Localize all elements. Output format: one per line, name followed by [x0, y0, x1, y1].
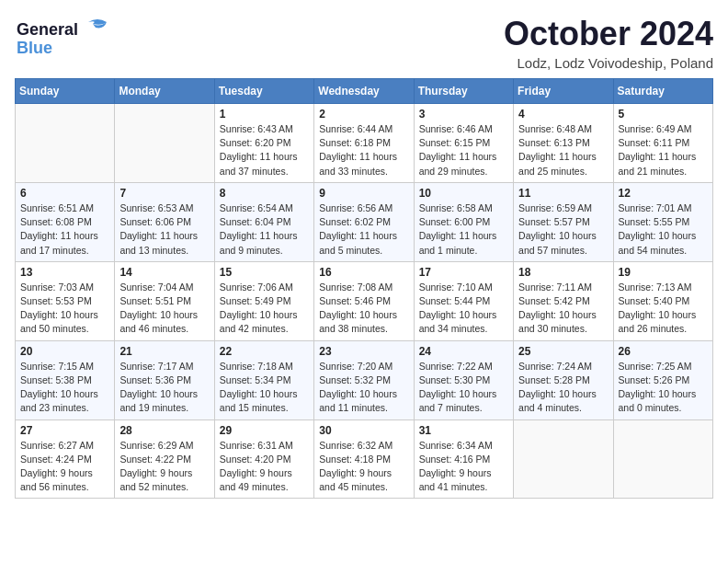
- calendar-cell: 1Sunrise: 6:43 AM Sunset: 6:20 PM Daylig…: [214, 104, 313, 183]
- day-number: 10: [419, 187, 508, 200]
- calendar-cell: 13Sunrise: 7:03 AM Sunset: 5:53 PM Dayli…: [16, 261, 115, 340]
- day-number: 27: [20, 424, 109, 437]
- day-number: 28: [119, 424, 209, 437]
- calendar-cell: 24Sunrise: 7:22 AM Sunset: 5:30 PM Dayli…: [414, 340, 513, 419]
- calendar-cell: 6Sunrise: 6:51 AM Sunset: 6:08 PM Daylig…: [16, 182, 115, 261]
- day-number: 5: [619, 108, 708, 121]
- day-number: 23: [319, 345, 408, 358]
- weekday-header: Friday: [514, 79, 613, 104]
- day-info: Sunrise: 7:04 AM Sunset: 5:51 PM Dayligh…: [119, 281, 209, 337]
- day-info: Sunrise: 7:01 AM Sunset: 5:55 PM Dayligh…: [619, 201, 708, 258]
- calendar-cell: 10Sunrise: 6:58 AM Sunset: 6:00 PM Dayli…: [414, 182, 513, 261]
- day-info: Sunrise: 7:18 AM Sunset: 5:34 PM Dayligh…: [220, 360, 309, 416]
- weekday-header: Monday: [115, 79, 214, 104]
- day-number: 2: [319, 108, 408, 121]
- day-number: 25: [518, 345, 608, 358]
- calendar-cell: 12Sunrise: 7:01 AM Sunset: 5:55 PM Dayli…: [613, 182, 712, 261]
- calendar-cell: 27Sunrise: 6:27 AM Sunset: 4:24 PM Dayli…: [16, 419, 115, 499]
- calendar-cell: 18Sunrise: 7:11 AM Sunset: 5:42 PM Dayli…: [514, 261, 613, 340]
- calendar-week-row: 1Sunrise: 6:43 AM Sunset: 6:20 PM Daylig…: [16, 104, 713, 183]
- day-info: Sunrise: 6:56 AM Sunset: 6:02 PM Dayligh…: [319, 201, 408, 258]
- day-number: 7: [119, 187, 209, 200]
- day-number: 11: [518, 187, 608, 200]
- day-number: 14: [119, 266, 209, 279]
- calendar-cell: 7Sunrise: 6:53 AM Sunset: 6:06 PM Daylig…: [115, 182, 214, 261]
- day-number: 17: [419, 266, 508, 279]
- weekday-header: Thursday: [414, 79, 513, 104]
- day-info: Sunrise: 6:51 AM Sunset: 6:08 PM Dayligh…: [20, 201, 109, 258]
- calendar-week-row: 13Sunrise: 7:03 AM Sunset: 5:53 PM Dayli…: [16, 261, 713, 340]
- calendar-cell: 5Sunrise: 6:49 AM Sunset: 6:11 PM Daylig…: [613, 104, 712, 183]
- calendar-cell: 11Sunrise: 6:59 AM Sunset: 5:57 PM Dayli…: [514, 182, 613, 261]
- day-info: Sunrise: 7:03 AM Sunset: 5:53 PM Dayligh…: [20, 281, 109, 337]
- calendar-cell: [115, 104, 214, 183]
- day-number: 29: [220, 424, 309, 437]
- calendar-cell: [16, 104, 115, 183]
- day-info: Sunrise: 6:44 AM Sunset: 6:18 PM Dayligh…: [319, 122, 408, 178]
- calendar-cell: 19Sunrise: 7:13 AM Sunset: 5:40 PM Dayli…: [613, 261, 712, 340]
- day-info: Sunrise: 7:22 AM Sunset: 5:30 PM Dayligh…: [419, 360, 508, 416]
- day-info: Sunrise: 7:24 AM Sunset: 5:28 PM Dayligh…: [518, 360, 608, 416]
- calendar-cell: 3Sunrise: 6:46 AM Sunset: 6:15 PM Daylig…: [414, 104, 513, 183]
- calendar-cell: 26Sunrise: 7:25 AM Sunset: 5:26 PM Dayli…: [613, 340, 712, 419]
- day-number: 16: [319, 266, 408, 279]
- calendar-cell: 15Sunrise: 7:06 AM Sunset: 5:49 PM Dayli…: [214, 261, 313, 340]
- day-number: 12: [619, 187, 708, 200]
- day-number: 9: [319, 187, 408, 200]
- page-header: General Blue October 2024 Lodz, Lodz Voi…: [15, 15, 713, 71]
- calendar-week-row: 20Sunrise: 7:15 AM Sunset: 5:38 PM Dayli…: [16, 340, 713, 419]
- day-info: Sunrise: 6:46 AM Sunset: 6:15 PM Dayligh…: [419, 122, 508, 178]
- day-number: 24: [419, 345, 508, 358]
- day-info: Sunrise: 6:34 AM Sunset: 4:16 PM Dayligh…: [419, 439, 508, 495]
- calendar-cell: 25Sunrise: 7:24 AM Sunset: 5:28 PM Dayli…: [514, 340, 613, 419]
- day-info: Sunrise: 6:32 AM Sunset: 4:18 PM Dayligh…: [319, 439, 408, 495]
- day-info: Sunrise: 6:31 AM Sunset: 4:20 PM Dayligh…: [220, 439, 309, 495]
- day-info: Sunrise: 7:06 AM Sunset: 5:49 PM Dayligh…: [220, 281, 309, 337]
- weekday-header: Wednesday: [314, 79, 414, 104]
- calendar-week-row: 6Sunrise: 6:51 AM Sunset: 6:08 PM Daylig…: [16, 182, 713, 261]
- calendar-cell: 17Sunrise: 7:10 AM Sunset: 5:44 PM Dayli…: [414, 261, 513, 340]
- calendar-cell: [514, 419, 613, 499]
- calendar-cell: 31Sunrise: 6:34 AM Sunset: 4:16 PM Dayli…: [414, 419, 513, 499]
- svg-text:Blue: Blue: [17, 39, 52, 57]
- weekday-header: Tuesday: [214, 79, 313, 104]
- day-number: 1: [220, 108, 309, 121]
- calendar-cell: 8Sunrise: 6:54 AM Sunset: 6:04 PM Daylig…: [214, 182, 313, 261]
- day-number: 21: [119, 345, 209, 358]
- calendar-table: SundayMondayTuesdayWednesdayThursdayFrid…: [15, 78, 713, 499]
- day-number: 31: [419, 424, 508, 437]
- title-section: October 2024 Lodz, Lodz Voivodeship, Pol…: [504, 15, 713, 71]
- day-info: Sunrise: 6:48 AM Sunset: 6:13 PM Dayligh…: [518, 122, 608, 178]
- day-info: Sunrise: 7:20 AM Sunset: 5:32 PM Dayligh…: [319, 360, 408, 416]
- calendar-cell: 2Sunrise: 6:44 AM Sunset: 6:18 PM Daylig…: [314, 104, 414, 183]
- logo-svg: General Blue: [15, 15, 125, 59]
- day-info: Sunrise: 7:13 AM Sunset: 5:40 PM Dayligh…: [619, 281, 708, 337]
- calendar-cell: 4Sunrise: 6:48 AM Sunset: 6:13 PM Daylig…: [514, 104, 613, 183]
- calendar-cell: 9Sunrise: 6:56 AM Sunset: 6:02 PM Daylig…: [314, 182, 414, 261]
- calendar-cell: 23Sunrise: 7:20 AM Sunset: 5:32 PM Dayli…: [314, 340, 414, 419]
- day-info: Sunrise: 7:10 AM Sunset: 5:44 PM Dayligh…: [419, 281, 508, 337]
- calendar-cell: 21Sunrise: 7:17 AM Sunset: 5:36 PM Dayli…: [115, 340, 214, 419]
- day-info: Sunrise: 6:43 AM Sunset: 6:20 PM Dayligh…: [220, 122, 309, 178]
- calendar-cell: 22Sunrise: 7:18 AM Sunset: 5:34 PM Dayli…: [214, 340, 313, 419]
- day-info: Sunrise: 6:29 AM Sunset: 4:22 PM Dayligh…: [119, 439, 209, 495]
- weekday-header: Sunday: [16, 79, 115, 104]
- day-number: 19: [619, 266, 708, 279]
- day-info: Sunrise: 7:11 AM Sunset: 5:42 PM Dayligh…: [518, 281, 608, 337]
- svg-text:General: General: [17, 20, 78, 39]
- day-info: Sunrise: 6:27 AM Sunset: 4:24 PM Dayligh…: [20, 439, 109, 495]
- day-number: 13: [20, 266, 109, 279]
- calendar-week-row: 27Sunrise: 6:27 AM Sunset: 4:24 PM Dayli…: [16, 419, 713, 499]
- calendar-header-row: SundayMondayTuesdayWednesdayThursdayFrid…: [16, 79, 713, 104]
- calendar-cell: 20Sunrise: 7:15 AM Sunset: 5:38 PM Dayli…: [16, 340, 115, 419]
- day-number: 8: [220, 187, 309, 200]
- day-info: Sunrise: 7:08 AM Sunset: 5:46 PM Dayligh…: [319, 281, 408, 337]
- calendar-cell: 16Sunrise: 7:08 AM Sunset: 5:46 PM Dayli…: [314, 261, 414, 340]
- calendar-cell: 14Sunrise: 7:04 AM Sunset: 5:51 PM Dayli…: [115, 261, 214, 340]
- calendar-cell: [613, 419, 712, 499]
- day-number: 15: [220, 266, 309, 279]
- day-info: Sunrise: 7:15 AM Sunset: 5:38 PM Dayligh…: [20, 360, 109, 416]
- day-info: Sunrise: 6:54 AM Sunset: 6:04 PM Dayligh…: [220, 201, 309, 258]
- day-number: 20: [20, 345, 109, 358]
- day-number: 3: [419, 108, 508, 121]
